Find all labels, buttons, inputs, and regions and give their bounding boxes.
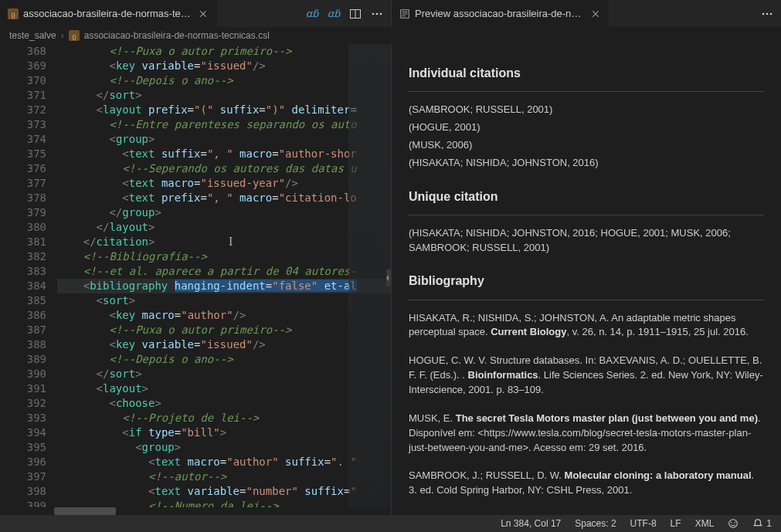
divider <box>409 300 764 300</box>
notification-count: 1 <box>766 518 772 529</box>
svg-point-11 <box>762 12 765 15</box>
cit-a-icon[interactable]: ɑɓ <box>306 8 318 20</box>
preview-pane: Individual citations (SAMBROOK; RUSSELL,… <box>392 44 781 515</box>
more-icon[interactable] <box>761 8 773 20</box>
tab-label: Preview associacao-brasileira-de-normas-… <box>415 8 586 19</box>
horizontal-scrollbar[interactable] <box>0 507 391 515</box>
svg-point-4 <box>372 12 375 15</box>
bibliography-item: SAMBROOK, J.; RUSSELL, D. W. Molecular c… <box>409 469 764 498</box>
scrollbar-thumb[interactable] <box>54 507 116 515</box>
citations-list: (SAMBROOK; RUSSELL, 2001)(HOGUE, 2001)(M… <box>409 103 764 170</box>
tab-csl-file[interactable]: {} associacao-brasileira-de-normas-tecni… <box>0 0 217 27</box>
citation-item: (HOGUE, 2001) <box>409 120 764 135</box>
citation-item: (HISAKATA; NISHIDA; JOHNSTON, 2016) <box>409 156 764 171</box>
notifications-icon[interactable]: 1 <box>752 518 772 529</box>
divider <box>409 91 764 92</box>
close-icon[interactable] <box>591 8 600 20</box>
code-editor[interactable]: 3683693703713723733743753763773783793803… <box>0 44 391 507</box>
breadcrumb[interactable]: teste_salve › {} associacao-brasileira-d… <box>0 27 781 44</box>
svg-point-21 <box>735 522 736 524</box>
svg-text:{}: {} <box>11 11 15 18</box>
bibliography-item: MUSK, E. The secret Tesla Motors master … <box>409 412 764 456</box>
split-editor-icon[interactable] <box>349 8 362 20</box>
breadcrumb-file[interactable]: associacao-brasileira-de-normas-tecnicas… <box>84 30 270 41</box>
status-bar: Ln 384, Col 17 Spaces: 2 UTF-8 LF XML 1 <box>0 515 781 532</box>
chevron-right-icon: › <box>61 30 64 41</box>
unique-citation: (HISAKATA; NISHIDA; JOHNSTON, 2016; HOGU… <box>409 226 764 256</box>
bibliography-list: HISAKATA, R.; NISHIDA, S.; JOHNSTON, A. … <box>409 311 764 498</box>
line-gutter: 3683693703713723733743753763773783793803… <box>0 44 57 507</box>
tab-label: associacao-brasileira-de-normas-tecnicas… <box>23 8 193 19</box>
status-cursor-position[interactable]: Ln 384, Col 17 <box>501 518 561 529</box>
cit-b-icon[interactable]: ɑɓ <box>328 8 340 20</box>
heading-bibliography: Bibliography <box>409 272 764 290</box>
bibliography-item: HOGUE, C. W. V. Structure databases. In:… <box>409 354 764 398</box>
code-content[interactable]: <!--Puxa o autor primeiro--> <key variab… <box>57 44 391 507</box>
svg-point-12 <box>766 12 769 15</box>
preview-icon <box>399 8 410 19</box>
heading-unique-citation: Unique citation <box>409 188 764 205</box>
status-language[interactable]: XML <box>695 518 715 529</box>
tab-bar: {} associacao-brasileira-de-normas-tecni… <box>0 0 781 27</box>
citation-item: (SAMBROOK; RUSSELL, 2001) <box>409 103 764 117</box>
bibliography-item: HISAKATA, R.; NISHIDA, S.; JOHNSTON, A. … <box>409 311 764 341</box>
svg-text:{}: {} <box>72 33 76 40</box>
feedback-icon[interactable] <box>728 518 739 529</box>
status-encoding[interactable]: UTF-8 <box>630 518 657 529</box>
xml-file-icon: {} <box>8 8 19 19</box>
divider <box>409 215 764 215</box>
citation-item: (MUSK, 2006) <box>409 138 764 153</box>
tab-preview[interactable]: Preview associacao-brasileira-de-normas-… <box>392 0 609 27</box>
breadcrumb-folder[interactable]: teste_salve <box>9 30 56 41</box>
status-eol[interactable]: LF <box>671 518 681 529</box>
close-icon[interactable] <box>198 8 209 20</box>
svg-point-19 <box>729 520 738 528</box>
svg-point-5 <box>376 12 379 15</box>
sash-handle[interactable] <box>386 266 391 290</box>
status-indent[interactable]: Spaces: 2 <box>575 518 616 529</box>
editor-pane: 3683693703713723733743753763773783793803… <box>0 44 392 515</box>
xml-file-icon: {} <box>69 30 80 41</box>
svg-point-13 <box>770 12 773 15</box>
heading-individual-citations: Individual citations <box>409 64 764 82</box>
svg-point-6 <box>380 12 382 15</box>
svg-point-20 <box>731 522 732 524</box>
more-icon[interactable] <box>371 8 383 20</box>
